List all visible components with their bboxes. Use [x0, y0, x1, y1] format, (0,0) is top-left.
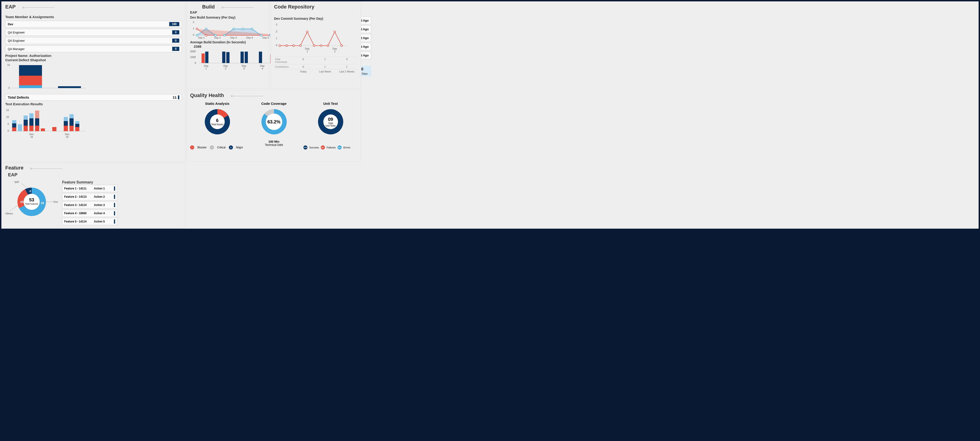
svg-rect-81 [12, 120, 16, 123]
svg-rect-86 [29, 126, 33, 131]
svg-point-59 [320, 45, 322, 46]
team-row[interactable]: QA Engineer0 [5, 29, 182, 36]
svg-point-16 [205, 34, 207, 36]
svg-rect-93 [52, 127, 56, 131]
total-defects-row: Total Defects 11 [5, 94, 182, 101]
team-row[interactable]: Dev160 [5, 21, 182, 27]
feature-title: Feature [5, 165, 23, 171]
quality-health-panel: Quality Health Static Analysis 6Total Is… [187, 90, 361, 161]
build-title: Build [202, 4, 215, 10]
svg-text:20: 20 [20, 200, 23, 204]
feature-row[interactable]: Feature 5 - 14114Action 5 [62, 218, 117, 225]
dot-icon: 100% [303, 145, 307, 150]
feature-panel: Feature EAP 53 Total Features 4 29 20 [2, 163, 185, 228]
svg-point-56 [299, 45, 301, 46]
team-title: Team Member & Assignments [5, 15, 182, 19]
svg-rect-94 [64, 126, 68, 131]
svg-text:3: 3 [276, 23, 277, 26]
svg-rect-99 [70, 114, 73, 118]
svg-point-60 [327, 45, 329, 46]
svg-text:10: 10 [6, 116, 9, 118]
svg-point-58 [313, 45, 315, 46]
svg-point-11 [260, 34, 262, 36]
slider-icon [231, 95, 263, 97]
svg-point-6 [215, 34, 216, 36]
bar-icon [114, 220, 115, 224]
svg-rect-97 [70, 126, 73, 131]
svg-text:5: 5 [8, 123, 9, 125]
bar-icon [114, 195, 115, 199]
svg-rect-29 [202, 53, 205, 63]
slider-icon [30, 168, 62, 169]
svg-rect-34 [245, 52, 248, 63]
feature-summary-title: Feature Summary [62, 180, 117, 185]
feature-row[interactable]: Feature 3 - 14114Action 3 [62, 201, 117, 209]
svg-text:Done: Done [53, 201, 58, 203]
svg-point-9 [242, 28, 244, 30]
svg-text:Day: Day [332, 47, 337, 50]
svg-text:Day: Day [204, 64, 208, 67]
bar-icon [114, 186, 115, 191]
feature-donut: 53 Total Features 4 29 20 WIP Done Other… [5, 179, 60, 226]
svg-text:1: 1 [276, 37, 277, 40]
svg-rect-71 [19, 76, 42, 85]
svg-text:0: 0 [193, 33, 194, 36]
svg-text:Day 3: Day 3 [230, 36, 237, 39]
static-donut: 6Total Issues [202, 107, 232, 137]
svg-text:2: 2 [225, 67, 226, 70]
svg-rect-95 [64, 121, 68, 126]
svg-point-7 [224, 34, 225, 36]
svg-point-53 [279, 45, 281, 46]
svg-rect-35 [259, 52, 262, 63]
project-name: Project Name: Authorization [5, 54, 182, 57]
svg-text:3: 3 [243, 67, 245, 70]
svg-text:Day 4: Day 4 [246, 36, 253, 39]
dot-icon: 3 [229, 145, 233, 150]
svg-text:0: 0 [276, 44, 277, 46]
svg-rect-31 [222, 52, 225, 63]
bar-icon [114, 211, 115, 215]
svg-rect-98 [70, 118, 73, 126]
svg-text:Day 2: Day 2 [214, 36, 221, 39]
svg-text:1: 1 [205, 67, 207, 70]
svg-point-55 [293, 45, 294, 46]
coverage-donut: 63.2% [259, 107, 289, 137]
feature-row[interactable]: Feature 2 - 14113Action 2 [62, 193, 117, 201]
feature-row[interactable]: Feature 4 - 18060Action 4 [62, 210, 117, 217]
svg-rect-100 [75, 127, 80, 131]
svg-point-4 [196, 34, 198, 36]
svg-text:15: 15 [6, 109, 9, 111]
svg-text:1000: 1000 [190, 56, 196, 59]
svg-text:0: 0 [195, 62, 196, 64]
svg-text:1: 1 [193, 27, 194, 30]
unit-donut: 09Total Unit Tests [316, 107, 345, 137]
repo-sub: Dev Commit Summary (Per Day) [274, 17, 358, 21]
svg-text:29: 29 [41, 201, 44, 205]
dot-icon: 0% [337, 145, 342, 150]
defect-snapshot-title: Current Defect Shapshot [5, 58, 182, 62]
team-row[interactable]: QA Manager0 [5, 45, 182, 52]
feature-row[interactable]: Feature 1 - 14111Action 1 [62, 185, 117, 192]
slider-icon [222, 6, 254, 8]
svg-text:Total Features: Total Features [25, 203, 38, 205]
svg-text:2000: 2000 [190, 50, 196, 53]
svg-rect-89 [35, 126, 39, 131]
svg-point-61 [334, 31, 336, 33]
team-row[interactable]: QA Engineer0 [5, 37, 182, 44]
repo-title: Code Repository [274, 4, 314, 10]
svg-text:WIP: WIP [14, 181, 19, 183]
test-exec-title: Test Execution Results [5, 102, 182, 106]
svg-rect-70 [19, 85, 42, 88]
eap-title: EAP [5, 4, 16, 10]
svg-text:2: 2 [276, 30, 277, 33]
svg-rect-102 [75, 121, 80, 124]
svg-text:Day: Day [242, 64, 246, 67]
build-panel: Build EAP Dev Build Summary (Per Day) 2 … [187, 2, 269, 89]
svg-text:1: 1 [307, 50, 308, 53]
code-coverage: Code Coverage 63.2% 100 Min Technical De… [247, 102, 301, 150]
svg-text:53: 53 [29, 197, 34, 202]
repo-panel: Code Repository Dev Commit Summary (Per … [270, 2, 361, 89]
svg-point-15 [196, 28, 198, 30]
svg-text:Day: Day [223, 64, 228, 67]
svg-text:Dec: Dec [65, 133, 70, 135]
